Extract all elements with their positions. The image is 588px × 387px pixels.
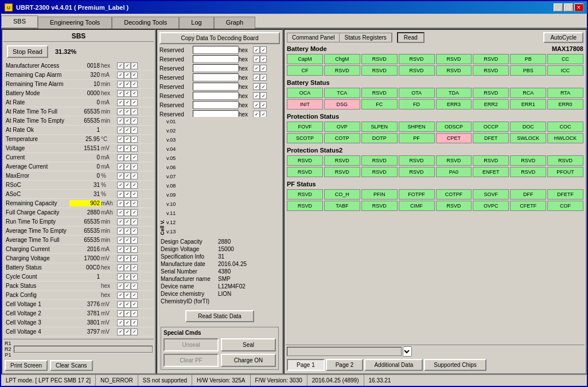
sbs-check-3[interactable]: [131, 191, 138, 198]
sbs-check-1[interactable]: [117, 264, 124, 271]
sbs-check-2[interactable]: [124, 99, 131, 106]
sbs-check-3[interactable]: [131, 264, 138, 271]
dropdown-control[interactable]: [403, 346, 412, 357]
sbs-check-2[interactable]: [124, 329, 131, 335]
print-screen-button[interactable]: Print Screen: [5, 360, 48, 371]
sbs-check-2[interactable]: [124, 81, 131, 88]
sbs-check-1[interactable]: [117, 127, 124, 134]
mid-check-2[interactable]: [260, 83, 267, 90]
sbs-check-1[interactable]: [117, 209, 124, 216]
sbs-check-3[interactable]: [131, 99, 138, 106]
sbs-check-3[interactable]: [131, 292, 138, 299]
tab-log[interactable]: Log: [179, 17, 213, 29]
tab-graph[interactable]: Graph: [214, 17, 256, 29]
sbs-check-2[interactable]: [124, 191, 131, 198]
sbs-check-1[interactable]: [117, 154, 124, 161]
page-tab-2[interactable]: Additional Data: [364, 359, 423, 371]
stop-read-button[interactable]: Stop Read: [7, 45, 48, 58]
mid-input[interactable]: [193, 73, 239, 81]
mid-check-1[interactable]: [253, 92, 260, 99]
sbs-check-3[interactable]: [131, 108, 138, 115]
sbs-check-1[interactable]: [117, 301, 124, 308]
minimize-button[interactable]: _: [554, 3, 563, 11]
sbs-check-3[interactable]: [131, 72, 138, 79]
sbs-check-1[interactable]: [117, 72, 124, 79]
sbs-check-1[interactable]: [117, 283, 124, 290]
sbs-check-1[interactable]: [117, 237, 124, 244]
mid-check-1[interactable]: [253, 111, 260, 117]
sbs-check-2[interactable]: [124, 228, 131, 234]
mid-input[interactable]: [193, 83, 239, 91]
seal-button[interactable]: Seal: [221, 338, 276, 351]
sbs-check-1[interactable]: [117, 99, 124, 106]
sbs-check-2[interactable]: [124, 310, 131, 317]
charge-on-button[interactable]: Charge ON: [221, 354, 276, 367]
sbs-check-3[interactable]: [131, 154, 138, 161]
sbs-check-2[interactable]: [124, 163, 131, 170]
mid-check-2[interactable]: [260, 65, 267, 72]
sbs-check-2[interactable]: [124, 273, 131, 280]
autocycle-button[interactable]: AutoCycle: [543, 32, 583, 43]
close-button[interactable]: ✕: [574, 3, 583, 11]
sbs-check-1[interactable]: [117, 108, 124, 115]
sbs-check-2[interactable]: [124, 319, 131, 326]
sbs-check-2[interactable]: [124, 237, 131, 244]
mid-input[interactable]: [193, 92, 239, 100]
command-panel-tab[interactable]: Command Panel: [287, 33, 340, 42]
sbs-check-3[interactable]: [131, 209, 138, 216]
sbs-check-1[interactable]: [117, 228, 124, 234]
sbs-check-1[interactable]: [117, 191, 124, 198]
sbs-check-2[interactable]: [124, 173, 131, 179]
mid-check-1[interactable]: [253, 46, 260, 53]
sbs-check-2[interactable]: [124, 218, 131, 225]
sbs-check-3[interactable]: [131, 145, 138, 152]
mid-check-2[interactable]: [260, 56, 267, 62]
sbs-check-3[interactable]: [131, 81, 138, 88]
sbs-check-2[interactable]: [124, 255, 131, 262]
sbs-check-2[interactable]: [124, 108, 131, 115]
sbs-check-2[interactable]: [124, 264, 131, 271]
sbs-check-2[interactable]: [124, 292, 131, 299]
sbs-check-1[interactable]: [117, 182, 124, 189]
status-registers-tab[interactable]: Status Registers: [340, 33, 391, 42]
sbs-check-1[interactable]: [117, 173, 124, 179]
sbs-check-2[interactable]: [124, 200, 131, 207]
sbs-check-3[interactable]: [131, 255, 138, 262]
sbs-check-3[interactable]: [131, 329, 138, 335]
sbs-check-3[interactable]: [131, 182, 138, 189]
sbs-check-2[interactable]: [124, 154, 131, 161]
clear-pf-button[interactable]: Clear PF: [163, 354, 219, 367]
sbs-check-2[interactable]: [124, 72, 131, 79]
tab-decoding[interactable]: Decoding Tools: [112, 17, 179, 29]
mid-check-2[interactable]: [260, 92, 267, 99]
page-tab-1[interactable]: Page 2: [326, 359, 364, 371]
sbs-check-1[interactable]: [117, 62, 124, 69]
sbs-check-3[interactable]: [131, 273, 138, 280]
sbs-check-3[interactable]: [131, 228, 138, 234]
mid-check-1[interactable]: [253, 56, 260, 62]
sbs-check-1[interactable]: [117, 246, 124, 253]
sbs-check-3[interactable]: [131, 246, 138, 253]
sbs-check-2[interactable]: [124, 209, 131, 216]
page-tab-0[interactable]: Page 1: [287, 359, 325, 371]
mid-input[interactable]: [193, 64, 239, 72]
sbs-check-1[interactable]: [117, 273, 124, 280]
sbs-check-2[interactable]: [124, 136, 131, 143]
sbs-check-3[interactable]: [131, 218, 138, 225]
sbs-check-1[interactable]: [117, 200, 124, 207]
sbs-check-1[interactable]: [117, 90, 124, 97]
sbs-check-1[interactable]: [117, 81, 124, 88]
sbs-check-3[interactable]: [131, 283, 138, 290]
read-button[interactable]: Read: [397, 32, 425, 43]
mid-check-2[interactable]: [260, 74, 267, 81]
read-static-button[interactable]: Read Static Data: [185, 310, 254, 322]
sbs-check-1[interactable]: [117, 145, 124, 152]
mid-check-1[interactable]: [253, 101, 260, 108]
mid-check-1[interactable]: [253, 65, 260, 72]
sbs-check-2[interactable]: [124, 145, 131, 152]
sbs-check-3[interactable]: [131, 163, 138, 170]
sbs-check-2[interactable]: [124, 90, 131, 97]
mid-input[interactable]: [193, 46, 239, 54]
sbs-check-3[interactable]: [131, 310, 138, 317]
sbs-check-2[interactable]: [124, 118, 131, 124]
